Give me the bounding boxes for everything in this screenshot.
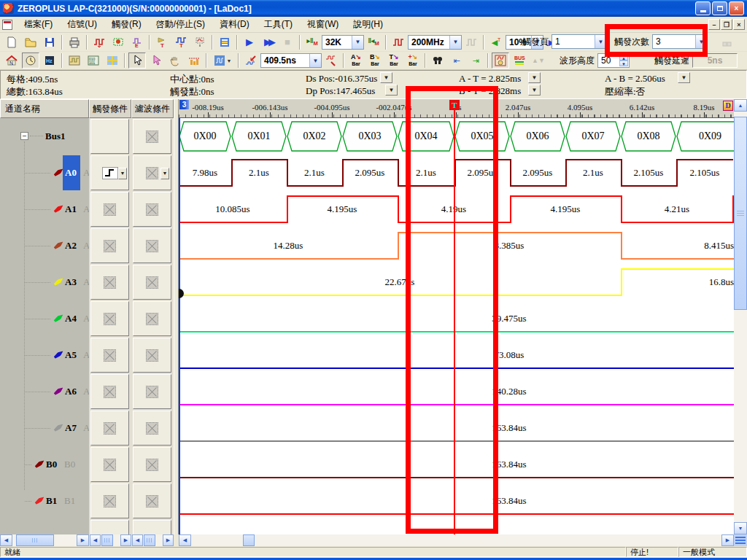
spinner-down-icon[interactable]: ▼ <box>619 61 628 66</box>
trigger-condition-cell[interactable] <box>90 520 129 534</box>
trigger-wave-icon[interactable]: T <box>172 34 190 50</box>
trigger-condition-cell[interactable] <box>90 265 129 300</box>
channel-item-a3[interactable]: A3A3 <box>0 264 89 300</box>
scroll-left-icon[interactable]: ◀ <box>132 534 143 546</box>
home-button[interactable]: N <box>3 52 20 69</box>
waveform-scrollbar[interactable]: ◀ ▶ <box>179 534 734 546</box>
filter-cond-cell[interactable] <box>133 338 171 373</box>
channel-item-a1[interactable]: A1A1 <box>0 191 89 228</box>
add-bar-button[interactable]: +↘Bar <box>404 52 422 69</box>
resize-grip[interactable] <box>734 534 747 546</box>
trigger-condition-cell[interactable] <box>90 338 129 373</box>
d-marker[interactable]: D <box>723 101 733 111</box>
waveform-scroll-thumb[interactable] <box>243 534 255 546</box>
channel-item-a4[interactable]: A4A4 <box>0 300 89 337</box>
memory-next-icon[interactable]: ‖◂M <box>365 34 382 50</box>
zoom-next-icon[interactable] <box>322 52 340 69</box>
scroll-up-icon[interactable]: ▲ <box>734 99 747 112</box>
menu-item-7[interactable]: 說明(H) <box>346 17 390 32</box>
channel-item-b1[interactable]: B1B1 <box>0 483 89 519</box>
channel-item-a7[interactable]: A7A7 <box>0 410 89 446</box>
bus-view-button[interactable]: BUS <box>511 52 528 69</box>
restore-button[interactable] <box>712 1 727 15</box>
channel-setup-icon[interactable] <box>109 34 127 50</box>
scroll-left-icon[interactable]: ◀ <box>90 534 101 546</box>
names-scrollbar[interactable]: ◀ ▶ <box>0 534 89 546</box>
names-scroll-thumb[interactable] <box>16 534 54 546</box>
b-t-dropdown[interactable]: ▼ <box>528 85 541 96</box>
a-b-dropdown[interactable]: ▼ <box>678 72 690 83</box>
filter-cond-cell[interactable] <box>133 483 171 518</box>
search-button[interactable] <box>429 52 446 69</box>
time-division-combo[interactable]: 409.5ns ▼ <box>260 53 322 68</box>
trigger-flag-icon[interactable]: T <box>153 34 171 50</box>
memory-prev-icon[interactable]: ▸‖M <box>303 34 321 50</box>
mdi-document-icon[interactable] <box>2 20 12 30</box>
trigger-condition-cell[interactable] <box>90 374 129 409</box>
channel-item-a6[interactable]: A6A6 <box>0 373 89 410</box>
save-file-button[interactable] <box>41 34 58 50</box>
sample-depth-combo[interactable]: 32K ▼ <box>322 35 364 50</box>
trigger-condition-cell[interactable] <box>90 228 129 263</box>
new-file-button[interactable] <box>3 34 20 50</box>
run-repeat-button[interactable]: ▶▶ <box>260 34 277 50</box>
ds-pos-dropdown[interactable]: ▼ <box>380 72 392 83</box>
channel-item-a2[interactable]: A2A2 <box>0 228 89 264</box>
filter-cond-cell[interactable] <box>133 520 171 534</box>
multi-select-cursor-button[interactable] <box>147 52 165 69</box>
scroll-right-icon[interactable]: ▶ <box>77 534 89 546</box>
scroll-left-icon[interactable]: ◀ <box>0 534 12 546</box>
channel-item-a5[interactable]: A5A5 <box>0 337 89 373</box>
next-edge-button[interactable]: ⇥ <box>467 52 484 69</box>
filter-cond-cell[interactable] <box>133 447 171 482</box>
cell-dropdown-icon[interactable]: ▼ <box>118 168 127 179</box>
filter-cond-cell[interactable]: ▼ <box>133 155 171 190</box>
navigator-button[interactable] <box>104 52 121 69</box>
minimize-button[interactable] <box>695 1 711 15</box>
trigger-condition-cell[interactable] <box>90 411 129 446</box>
scroll-thumb[interactable] <box>144 534 155 546</box>
mdi-minimize-button[interactable]: – <box>708 19 720 30</box>
menu-item-3[interactable]: 啓動/停止(S) <box>149 17 212 32</box>
print-button[interactable] <box>66 34 83 50</box>
menu-item-5[interactable]: 工具(T) <box>257 17 300 32</box>
filter-cond-cell[interactable] <box>133 301 171 336</box>
bar-measure-button[interactable] <box>185 52 203 69</box>
filter-col-scrollbar[interactable]: ◀ ▶ <box>132 534 174 546</box>
waveform-display-combo-button[interactable]: ▼ <box>210 52 235 69</box>
clock-button[interactable] <box>22 52 39 69</box>
sampling-setup-icon[interactable] <box>90 34 108 50</box>
zoom-previous-icon[interactable] <box>242 52 260 69</box>
trigger-condition-cell[interactable] <box>90 447 129 482</box>
combo-arrow-icon[interactable]: ▼ <box>352 36 363 49</box>
select-cursor-button[interactable] <box>128 52 146 69</box>
frequency-button[interactable]: Hz <box>41 52 58 69</box>
sample-rate-combo[interactable]: 200MHz ▼ <box>408 35 462 50</box>
a-bar-button[interactable]: A↘Bar <box>347 52 365 69</box>
mdi-close-button[interactable]: × <box>733 19 745 30</box>
trigger-pos-left-icon[interactable]: ◀T <box>487 34 505 50</box>
trigger-condition-cell[interactable] <box>90 483 129 518</box>
combo-arrow-icon[interactable]: ▼ <box>309 54 321 67</box>
scroll-right-icon[interactable]: ▶ <box>120 534 131 546</box>
trigger-range-icon[interactable] <box>191 34 209 50</box>
filter-cond-cell[interactable] <box>133 374 171 409</box>
menu-item-6[interactable]: 視窗(W) <box>300 17 346 32</box>
filter-cond-cell[interactable] <box>133 192 171 227</box>
channel-item-b0[interactable]: B0B0 <box>0 446 89 483</box>
trigger-col-scrollbar[interactable]: ◀ ▶ <box>90 534 131 546</box>
tree-collapse-icon[interactable]: – <box>20 132 28 140</box>
vertical-scrollbar[interactable]: ▲ ▼ <box>734 99 747 534</box>
clock-waveform-button[interactable] <box>492 52 509 69</box>
scroll-right-icon[interactable]: ▶ <box>163 534 174 546</box>
run-single-button[interactable]: ▶ <box>241 34 258 50</box>
combo-arrow-icon[interactable]: ▼ <box>449 36 461 49</box>
menu-item-2[interactable]: 觸發(R) <box>104 17 149 32</box>
cell-dropdown-icon[interactable]: ▼ <box>160 168 169 179</box>
mdi-restore-button[interactable]: ❐ <box>721 19 732 30</box>
trigger-condition-cell[interactable] <box>90 301 129 336</box>
scroll-left-icon[interactable]: ◀ <box>179 534 191 546</box>
filter-cond-cell[interactable] <box>133 265 171 300</box>
bus-tree-row[interactable]: –Bus1 <box>0 118 89 155</box>
bus-edit-icon[interactable]: E <box>128 34 146 50</box>
